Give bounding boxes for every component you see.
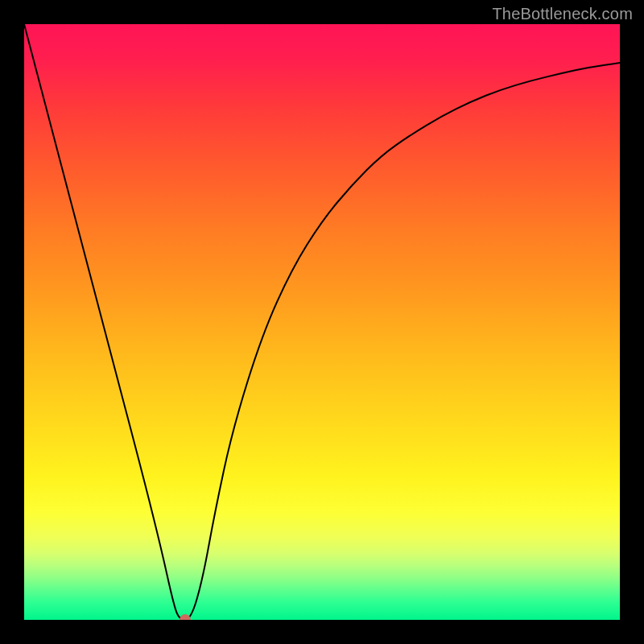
- bottleneck-marker: [180, 614, 191, 620]
- curve-svg: [24, 24, 620, 620]
- watermark-text: TheBottleneck.com: [492, 5, 633, 23]
- plot-area: [24, 24, 620, 620]
- bottleneck-curve-path: [24, 24, 620, 620]
- chart-frame: TheBottleneck.com: [0, 0, 644, 644]
